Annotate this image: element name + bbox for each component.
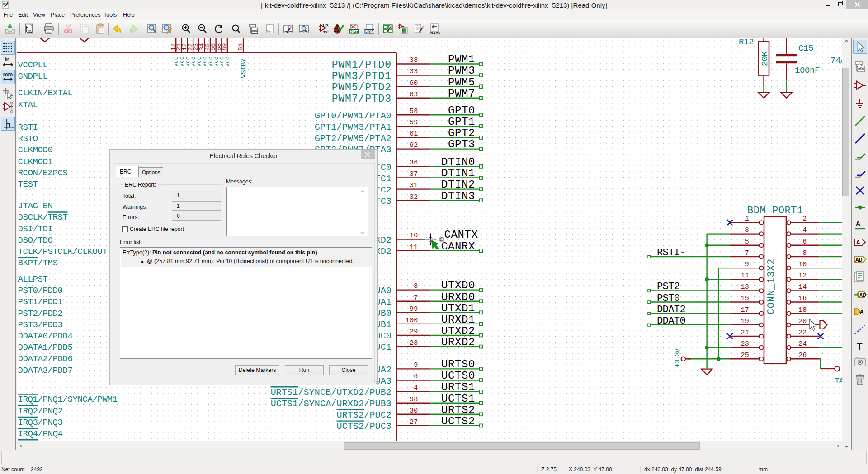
svg-text:UTXD2: UTXD2: [441, 325, 475, 337]
svg-text:U?A: U?A: [323, 23, 329, 28]
svg-text:DSCLK/TRST: DSCLK/TRST: [18, 212, 68, 222]
svg-text:9: 9: [745, 261, 749, 268]
svg-text:CONN_13X2: CONN_13X2: [766, 258, 777, 314]
svg-text:URTS1/SYNCB/UTXD2/PUB2: URTS1/SYNCB/UTXD2/PUB2: [271, 387, 392, 398]
svg-text:URTS2: URTS2: [441, 404, 475, 416]
svg-text:GPT2: GPT2: [448, 127, 475, 139]
svg-text:38: 38: [410, 56, 418, 64]
svg-text:VCC: VCC: [225, 56, 231, 66]
svg-text:15: 15: [741, 295, 749, 302]
svg-text:URXD2: URXD2: [441, 336, 475, 348]
svg-text:GNDPLL: GNDPLL: [18, 71, 48, 81]
svg-text:100nF: 100nF: [795, 66, 820, 75]
svg-text:VCC: VCC: [208, 56, 213, 66]
svg-text:URTS0: URTS0: [441, 358, 475, 371]
svg-text:VCC: VCC: [214, 56, 219, 66]
svg-text:16: 16: [798, 295, 807, 302]
svg-text:PST3/PDD3: PST3/PDD3: [18, 320, 63, 330]
svg-text:CLKIN/EXTAL: CLKIN/EXTAL: [18, 88, 73, 98]
svg-text:BOM: BOM: [365, 29, 374, 34]
svg-text:A: A: [860, 309, 864, 316]
svg-text:TEST: TEST: [18, 179, 38, 189]
svg-text:TA: TA: [835, 377, 842, 385]
svg-text:GPT1/PWM3/PTA1: GPT1/PWM3/PTA1: [315, 122, 392, 132]
svg-text:6: 6: [802, 238, 807, 246]
svg-text:36: 36: [410, 159, 418, 167]
svg-text:BKPT/TMS: BKPT/TMS: [18, 258, 58, 268]
svg-text:BACK: BACK: [430, 31, 440, 35]
svg-text:IRQ3/PNQ3: IRQ3/PNQ3: [18, 418, 63, 427]
svg-text:GPT0/PWM1/PTA0: GPT0/PWM1/PTA0: [315, 111, 392, 121]
svg-text:74A: 74A: [830, 56, 842, 66]
svg-text:30: 30: [410, 407, 418, 415]
svg-text:GPT2/PWM5/PTA2: GPT2/PWM5/PTA2: [315, 133, 392, 144]
svg-text:UTXD1: UTXD1: [441, 302, 475, 314]
svg-text:11: 11: [410, 244, 418, 251]
svg-text:17: 17: [741, 306, 749, 314]
svg-text:DTIN1: DTIN1: [441, 167, 475, 179]
svg-text:PWM5/PTD2: PWM5/PTD2: [332, 82, 392, 94]
svg-text:A: A: [856, 239, 860, 246]
svg-text:6: 6: [414, 373, 418, 380]
svg-text:C15: C15: [798, 43, 813, 53]
svg-text:PWM3: PWM3: [448, 65, 475, 77]
svg-text:33: 33: [410, 68, 418, 75]
svg-text:31: 31: [410, 182, 418, 189]
svg-text:63: 63: [410, 91, 418, 99]
svg-text:DDATA0/PDD4: DDATA0/PDD4: [18, 331, 73, 341]
svg-text:58: 58: [410, 108, 418, 115]
svg-text:DDAT0: DDAT0: [657, 315, 685, 327]
svg-text:4: 4: [802, 226, 807, 234]
svg-text:VCC: VCC: [185, 56, 191, 66]
svg-text:NET: NET: [350, 29, 359, 34]
svg-text:RSTI-: RSTI-: [657, 247, 685, 258]
svg-text:18: 18: [798, 306, 807, 314]
svg-text:DDATA3/PDD7: DDATA3/PDD7: [18, 366, 73, 375]
svg-text:VCC: VCC: [219, 56, 225, 66]
svg-text:7: 7: [745, 249, 749, 257]
svg-text:100: 100: [406, 317, 418, 324]
svg-text:RSTO: RSTO: [18, 134, 38, 144]
svg-text:URXD1: URXD1: [441, 314, 475, 326]
svg-text:DTIN3: DTIN3: [441, 190, 475, 202]
svg-text:UCTS1: UCTS1: [441, 393, 475, 405]
svg-text:IRQ1/PNQ1/SYNCA/PWM1: IRQ1/PNQ1/SYNCA/PWM1: [18, 394, 118, 404]
svg-text:14: 14: [798, 283, 807, 291]
svg-text:DSO/TDO: DSO/TDO: [18, 235, 53, 245]
svg-text:PST1/PDD1: PST1/PDD1: [18, 297, 63, 307]
svg-text:26: 26: [798, 352, 807, 359]
svg-text:PWM7/PTD3: PWM7/PTD3: [332, 93, 392, 105]
svg-text:DTIN0: DTIN0: [441, 156, 475, 168]
svg-text:8: 8: [414, 282, 418, 290]
svg-text:20K: 20K: [760, 51, 770, 66]
svg-text:TCLK/PSTCLK/CLKOUT: TCLK/PSTCLK/CLKOUT: [18, 247, 108, 257]
svg-text:3: 3: [745, 226, 749, 234]
svg-text:UCTS1/SYNCA/URXD2/PUB3: UCTS1/SYNCA/URXD2/PUB3: [271, 399, 392, 409]
svg-text:VCC: VCC: [191, 56, 196, 66]
svg-text:23: 23: [741, 340, 749, 348]
svg-text:ALLPST: ALLPST: [18, 274, 48, 284]
svg-text:59: 59: [410, 119, 418, 127]
svg-text:mm: mm: [3, 71, 13, 78]
svg-text:AD: AD: [855, 257, 863, 263]
svg-text:VCCPLL: VCCPLL: [18, 60, 48, 70]
svg-text:JTAG_EN: JTAG_EN: [18, 201, 53, 211]
svg-text:IRQ2/PNQ2: IRQ2/PNQ2: [18, 406, 63, 416]
svg-text:5: 5: [745, 238, 749, 246]
svg-text:9: 9: [414, 361, 418, 369]
svg-text:RCON/EZPCS: RCON/EZPCS: [18, 168, 68, 178]
svg-text:51: 51: [237, 43, 244, 51]
svg-text:61: 61: [410, 130, 418, 138]
svg-text:98: 98: [410, 396, 418, 404]
svg-text:13: 13: [741, 283, 749, 291]
svg-text:PWM7: PWM7: [448, 88, 475, 100]
svg-text:UCTS2: UCTS2: [441, 415, 475, 427]
svg-text:URTS1: URTS1: [441, 381, 475, 393]
svg-text:In: In: [5, 56, 10, 63]
svg-text:VCC: VCC: [202, 56, 208, 66]
svg-text:VCC: VCC: [174, 56, 179, 66]
svg-text:A: A: [856, 220, 861, 229]
svg-text:PWM3/PTD1: PWM3/PTD1: [332, 70, 392, 82]
svg-text:VCC: VCC: [197, 56, 202, 66]
svg-text:PWM5: PWM5: [448, 76, 475, 89]
